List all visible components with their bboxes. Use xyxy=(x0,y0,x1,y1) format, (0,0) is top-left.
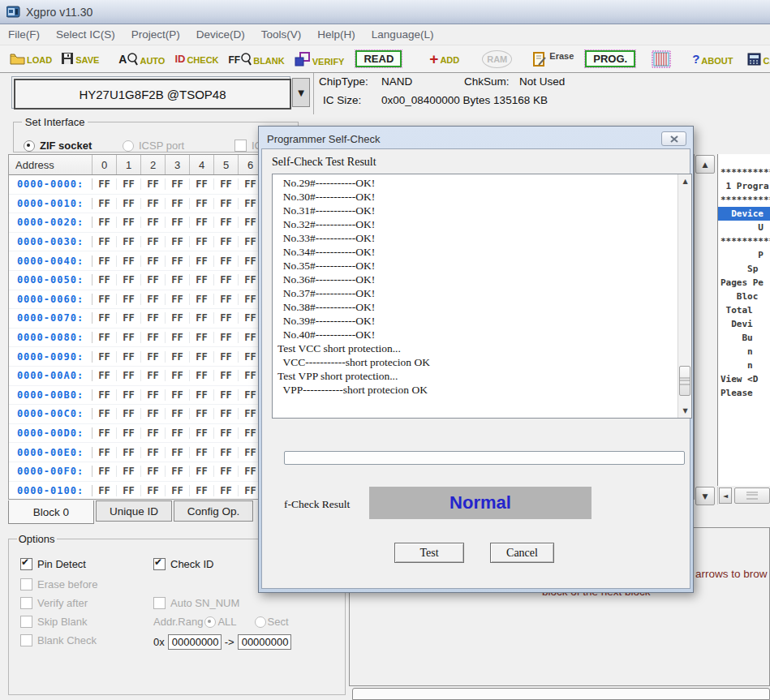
hex-byte-cell[interactable]: FF xyxy=(92,294,117,305)
hex-byte-cell[interactable]: FF xyxy=(190,312,214,324)
hex-byte-cell[interactable]: FF xyxy=(190,178,214,190)
hex-byte-cell[interactable]: FF xyxy=(214,351,239,363)
hex-byte-cell[interactable]: FF xyxy=(190,466,214,477)
erase-button[interactable]: Erase xyxy=(533,51,574,67)
hex-byte-cell[interactable]: FF xyxy=(214,274,239,286)
pin-detect-checkbox[interactable]: ✔ Pin Detect xyxy=(20,558,86,570)
hex-byte-cell[interactable]: FF xyxy=(166,312,190,324)
hex-byte-cell[interactable]: FF xyxy=(92,408,117,419)
hex-byte-cell[interactable]: FF xyxy=(141,178,166,190)
hex-byte-cell[interactable]: FF xyxy=(190,447,214,458)
hex-byte-cell[interactable]: FF xyxy=(117,178,141,190)
hex-byte-cell[interactable]: FF xyxy=(214,427,239,439)
hex-byte-cell[interactable]: FF xyxy=(214,447,239,458)
hex-byte-cell[interactable]: FF xyxy=(117,294,141,305)
hex-byte-cell[interactable]: FF xyxy=(92,274,117,286)
hex-byte-cell[interactable]: FF xyxy=(166,408,190,419)
hex-byte-cell[interactable]: FF xyxy=(141,236,166,247)
hex-byte-cell[interactable]: FF xyxy=(190,198,214,209)
hex-vscrollbar[interactable]: ▲ ▼ xyxy=(695,154,716,506)
hex-byte-cell[interactable]: FF xyxy=(190,408,214,419)
hex-byte-cell[interactable]: FF xyxy=(141,294,166,305)
hex-byte-cell[interactable]: FF xyxy=(166,351,190,363)
menu-item[interactable]: Language(L) xyxy=(363,26,442,43)
hex-byte-cell[interactable]: FF xyxy=(141,427,166,439)
hex-byte-cell[interactable]: FF xyxy=(92,427,117,439)
verify-button[interactable]: VERIFY xyxy=(295,52,345,67)
hex-byte-cell[interactable]: FF xyxy=(117,485,141,496)
load-button[interactable]: LOAD xyxy=(10,53,52,65)
hex-byte-cell[interactable]: FF xyxy=(92,332,117,343)
menu-item[interactable]: Project(P) xyxy=(123,26,188,43)
hex-byte-cell[interactable]: FF xyxy=(166,447,190,458)
scroll-up-button[interactable]: ▲ xyxy=(678,174,692,188)
hex-byte-cell[interactable]: FF xyxy=(141,466,166,477)
hex-byte-cell[interactable]: FF xyxy=(214,389,239,401)
hex-byte-cell[interactable]: FF xyxy=(117,274,141,286)
chip-dropdown-button[interactable]: ▼ xyxy=(292,78,310,107)
hex-byte-cell[interactable]: FF xyxy=(117,256,141,267)
scroll-thumb[interactable] xyxy=(679,366,690,396)
add-button[interactable]: + ADD xyxy=(429,54,459,65)
hex-byte-cell[interactable]: FF xyxy=(166,294,190,305)
hex-byte-cell[interactable]: FF xyxy=(92,351,117,363)
prog-button[interactable]: PROG. xyxy=(585,50,635,67)
blank-button[interactable]: FF BLANK xyxy=(229,53,285,66)
hex-byte-cell[interactable]: FF xyxy=(92,370,117,381)
hex-byte-cell[interactable]: FF xyxy=(166,274,190,286)
hex-byte-cell[interactable]: FF xyxy=(214,256,239,267)
hex-byte-cell[interactable]: FF xyxy=(117,351,141,363)
scroll-thumb[interactable] xyxy=(734,487,770,504)
hex-byte-cell[interactable]: FF xyxy=(92,389,117,401)
hex-byte-cell[interactable]: FF xyxy=(166,370,190,381)
auto-button[interactable]: A AUTO xyxy=(118,53,165,66)
hex-byte-cell[interactable]: FF xyxy=(214,370,239,381)
hex-byte-cell[interactable]: FF xyxy=(92,312,117,324)
check-id-checkbox[interactable]: ✔ Check ID xyxy=(153,558,213,570)
hex-byte-cell[interactable]: FF xyxy=(166,389,190,401)
hex-byte-cell[interactable]: FF xyxy=(190,485,214,496)
hex-byte-cell[interactable]: FF xyxy=(214,332,239,343)
calcu-button[interactable]: CALCU. xyxy=(747,53,770,66)
hex-byte-cell[interactable]: FF xyxy=(141,217,166,228)
read-button[interactable]: READ xyxy=(355,50,402,67)
hex-byte-cell[interactable]: FF xyxy=(92,198,117,209)
hex-byte-cell[interactable]: FF xyxy=(166,256,190,267)
menu-item[interactable]: Tools(V) xyxy=(253,26,310,43)
menu-item[interactable]: File(F) xyxy=(0,26,48,43)
hex-byte-cell[interactable]: FF xyxy=(214,178,239,190)
tab-block0[interactable]: Block 0 xyxy=(8,500,94,524)
hex-byte-cell[interactable]: FF xyxy=(190,351,214,363)
hex-byte-cell[interactable]: FF xyxy=(214,466,239,477)
hex-byte-cell[interactable]: FF xyxy=(117,389,141,401)
hex-byte-cell[interactable]: FF xyxy=(92,217,117,228)
dialog-close-button[interactable] xyxy=(661,131,686,146)
hex-byte-cell[interactable]: FF xyxy=(214,294,239,305)
hex-byte-cell[interactable]: FF xyxy=(92,466,117,477)
hex-byte-cell[interactable]: FF xyxy=(166,178,190,190)
zif-socket-radio[interactable]: ZIF socket xyxy=(24,140,92,152)
hex-byte-cell[interactable]: FF xyxy=(214,236,239,247)
check-button[interactable]: ID CHECK xyxy=(174,53,218,65)
title-bar[interactable]: Xgpro v11.30 xyxy=(0,0,770,24)
scroll-left-button[interactable]: ◄ xyxy=(719,487,732,504)
hex-byte-cell[interactable]: FF xyxy=(141,408,166,419)
hex-byte-cell[interactable]: FF xyxy=(214,408,239,419)
hex-byte-cell[interactable]: FF xyxy=(190,256,214,267)
scroll-down-button[interactable]: ▼ xyxy=(678,404,692,418)
menu-item[interactable]: Device(D) xyxy=(188,26,253,43)
hex-byte-cell[interactable]: FF xyxy=(117,236,141,247)
hex-byte-cell[interactable]: FF xyxy=(214,485,239,496)
hex-byte-cell[interactable]: FF xyxy=(166,332,190,343)
hex-byte-cell[interactable]: FF xyxy=(92,485,117,496)
listbox-scrollbar[interactable]: ▲ ▼ xyxy=(678,174,691,418)
hex-byte-cell[interactable]: FF xyxy=(141,389,166,401)
tab-config-op[interactable]: Config Op. xyxy=(174,500,253,522)
hex-byte-cell[interactable]: FF xyxy=(214,198,239,209)
test-button[interactable]: Test xyxy=(394,543,464,563)
hex-byte-cell[interactable]: FF xyxy=(141,447,166,458)
hex-byte-cell[interactable]: FF xyxy=(190,370,214,381)
hex-byte-cell[interactable]: FF xyxy=(92,236,117,247)
hex-byte-cell[interactable]: FF xyxy=(190,389,214,401)
device-info-panel[interactable]: ********** 1 Progra********** Device U**… xyxy=(717,154,770,486)
